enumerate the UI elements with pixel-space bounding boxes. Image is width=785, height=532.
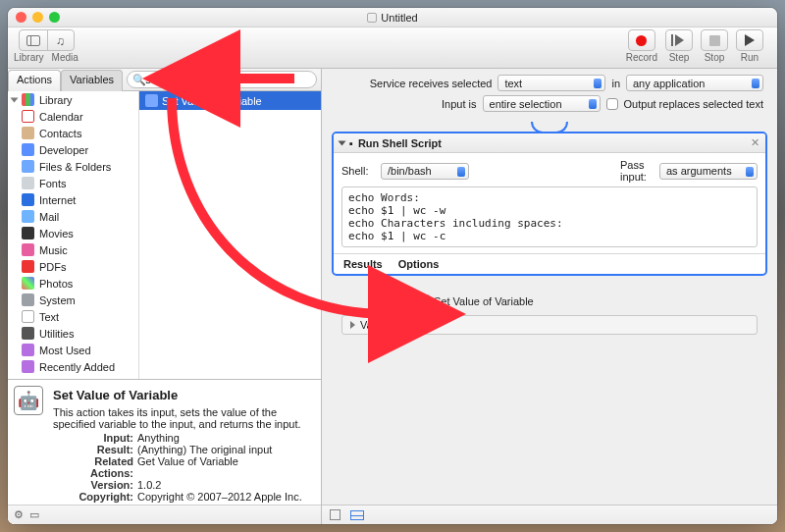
category-icon [22,160,34,173]
titlebar: Untitled [8,8,777,27]
desc-key: Version: [53,479,137,491]
library-item[interactable]: Music [8,241,138,258]
library-item[interactable]: Movies [8,225,138,241]
category-icon [22,243,34,256]
library-item[interactable]: Internet [8,191,138,208]
library-item[interactable]: Calendar [8,108,138,125]
result-item-label: Set Value of Variable [162,95,262,107]
workflow-canvas[interactable]: ▪ Run Shell Script ✕ Shell: /bin/bash Pa… [322,122,777,505]
options-tab[interactable]: Options [398,258,440,270]
library-item[interactable]: PDFs [8,258,138,275]
library-item[interactable]: Most Used [8,342,138,358]
minimize-window-button[interactable] [32,12,43,23]
document-title: Untitled [381,12,417,24]
record-label: Record [626,52,657,63]
desc-value: (Anything) The original input [137,444,311,455]
library-item[interactable]: Utilities [8,325,138,342]
layout-icon[interactable]: ▭ [29,508,39,521]
passinput-popup[interactable]: as arguments [659,163,758,180]
close-window-button[interactable] [16,12,26,23]
library-item-label: Text [39,311,59,323]
desc-text: This action takes its input, sets the va… [53,406,311,430]
shell-popup[interactable]: /bin/bash [381,163,469,180]
desc-key: Input: [53,432,137,444]
tab-actions[interactable]: Actions [8,70,61,91]
variable-icon [145,94,158,107]
cfg-replaces-checkbox[interactable] [606,98,618,110]
library-item[interactable]: Contacts [8,125,138,141]
library-tree[interactable]: Library CalendarContactsDeveloperFiles &… [8,91,139,379]
step-icon [675,34,684,46]
result-item[interactable]: Set Value of Variable [139,91,321,110]
library-root[interactable]: Library [39,94,73,106]
category-icon [22,310,34,323]
view-list-icon[interactable] [350,510,364,520]
library-item-label: Developer [39,144,88,156]
record-button[interactable] [628,29,655,51]
search-results[interactable]: Set Value of Variable [139,91,321,379]
action-run-shell-script[interactable]: ▪ Run Shell Script ✕ Shell: /bin/bash Pa… [332,132,767,276]
library-item[interactable]: Files & Folders [8,158,138,175]
panel-icon [26,35,40,46]
stop-button[interactable] [701,29,728,51]
run-button[interactable] [736,29,763,51]
category-icon [22,227,34,239]
view-flow-icon[interactable] [330,509,340,520]
action-description: 🤖 Set Value of Variable This action take… [8,379,321,524]
disclosure-icon[interactable] [339,140,346,145]
document-icon [367,13,377,23]
desc-key: Result: [53,444,137,455]
search-input[interactable] [127,71,317,88]
tab-variables[interactable]: Variables [61,70,123,91]
play-icon [745,34,755,46]
action-connector [332,122,767,132]
category-icon [22,360,34,373]
library-item-label: Movies [39,228,74,239]
library-item-label: Contacts [39,128,81,139]
remove-action-button[interactable]: ✕ [751,136,759,149]
drag-ghost: Set Value of Variable + ↖ [417,294,534,307]
library-item-label: System [39,294,76,306]
shell-label: Shell: [341,165,375,177]
library-item[interactable]: Developer [8,141,138,158]
variable-accordion[interactable]: Variable [341,315,758,335]
category-icon [22,344,34,356]
results-tab[interactable]: Results [343,258,383,270]
library-item-label: Music [39,244,68,256]
library-item[interactable]: Photos [8,275,138,292]
passinput-label: Pass input: [620,159,654,183]
desc-value: 1.0.2 [137,479,311,491]
zoom-window-button[interactable] [49,12,60,23]
cfg-type-popup[interactable]: text [497,75,605,91]
category-icon [22,327,34,340]
media-icon [56,34,66,47]
cfg-inputis-label: Input is [442,98,476,110]
desc-value: Anything [137,432,311,444]
cfg-app-popup[interactable]: any application [626,75,763,91]
library-item[interactable]: Fonts [8,175,138,191]
shell-script-textarea[interactable]: echo Words: echo $1 | wc -w echo Charact… [341,186,758,247]
chevron-right-icon [350,321,355,329]
library-item[interactable]: Recently Added [8,358,138,375]
library-item[interactable]: System [8,292,138,308]
add-icon: + [431,308,445,322]
step-button[interactable] [665,29,693,51]
gear-icon[interactable]: ⚙︎ [14,508,24,521]
automator-window: Untitled Library Media Record Step Stop [8,8,777,524]
library-item-label: Most Used [39,345,91,356]
library-item-label: Recently Added [39,361,115,373]
category-icon [22,260,34,273]
library-item-label: Files & Folders [39,161,111,173]
stop-label: Stop [705,52,725,63]
cfg-selection-popup[interactable]: entire selection [483,95,601,112]
action-title: Run Shell Script [358,137,746,149]
automator-icon: 🤖 [14,386,43,415]
library-item[interactable]: Mail [8,208,138,225]
library-item-label: Calendar [39,111,83,123]
library-toggle[interactable] [19,29,48,51]
library-item[interactable]: Text [8,308,138,325]
drag-ghost-label: Set Value of Variable [434,295,534,307]
category-icon [22,127,34,139]
stop-icon [709,35,720,46]
media-toggle[interactable] [47,29,75,51]
